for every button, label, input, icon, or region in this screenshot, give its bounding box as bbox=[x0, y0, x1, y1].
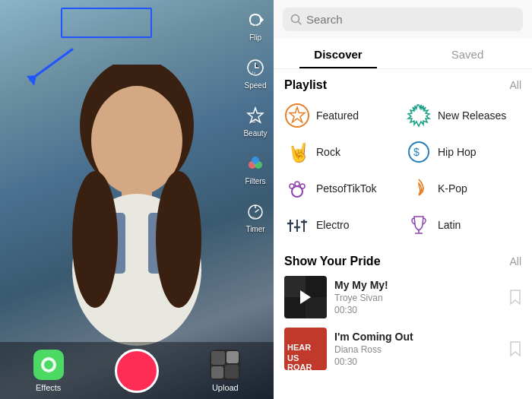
person-silhouette bbox=[53, 65, 220, 353]
svg-text:$: $ bbox=[413, 146, 420, 158]
pride-all-link[interactable]: All bbox=[509, 255, 521, 268]
mymymy-thumbnail bbox=[284, 276, 327, 318]
filters-icon bbox=[243, 151, 268, 176]
svg-marker-10 bbox=[261, 17, 264, 23]
tabs: Discover Saved bbox=[274, 39, 532, 69]
upload-button[interactable]: Upload bbox=[210, 350, 240, 392]
featured-icon bbox=[284, 103, 310, 128]
camera-bottom-bar: Effects Upload bbox=[0, 342, 274, 399]
speed-label: Speed bbox=[245, 81, 267, 90]
play-triangle-icon bbox=[300, 290, 311, 304]
playlist-item-electro[interactable]: Electro bbox=[284, 212, 400, 238]
face-detection-rect bbox=[61, 8, 152, 38]
effects-icon bbox=[33, 350, 64, 380]
new-releases-label: New Releases bbox=[438, 109, 506, 122]
svg-rect-27 bbox=[226, 351, 239, 363]
bookmark-icon-mymymy[interactable] bbox=[509, 289, 521, 306]
svg-line-31 bbox=[299, 22, 302, 25]
svg-rect-26 bbox=[211, 351, 225, 365]
beauty-control[interactable]: off Beauty bbox=[243, 103, 268, 138]
tab-discover[interactable]: Discover bbox=[274, 39, 403, 68]
playlist-item-kpop[interactable]: K-Pop bbox=[406, 176, 521, 201]
svg-text:1x: 1x bbox=[252, 71, 256, 75]
effects-label: Effects bbox=[36, 383, 61, 392]
search-bar bbox=[274, 0, 532, 39]
playlist-item-petsoftiktok[interactable]: PetsofTikTok bbox=[284, 176, 400, 201]
filters-control[interactable]: Filters bbox=[243, 151, 268, 185]
timer-control[interactable]: 3s Timer bbox=[243, 199, 268, 233]
svg-text:US: US bbox=[287, 353, 299, 363]
playlist-item-rock[interactable]: 🤘 Rock bbox=[284, 139, 400, 165]
svg-text:HEAR: HEAR bbox=[287, 343, 311, 352]
svg-rect-28 bbox=[211, 366, 223, 378]
svg-text:off: off bbox=[252, 120, 256, 124]
svg-text:ROAR: ROAR bbox=[287, 363, 312, 370]
featured-label: Featured bbox=[316, 109, 359, 122]
svg-rect-29 bbox=[225, 365, 239, 378]
electro-label: Electro bbox=[316, 219, 350, 231]
hiphop-label: Hip Hop bbox=[438, 146, 477, 158]
imcomingout-thumbnail: HEAR US ROAR bbox=[284, 328, 327, 370]
bookmark-icon-imcomingout[interactable] bbox=[509, 340, 521, 357]
search-icon bbox=[290, 14, 302, 25]
electro-icon bbox=[284, 212, 310, 238]
svg-line-8 bbox=[30, 49, 72, 80]
imcomingout-duration: 00:30 bbox=[334, 356, 502, 367]
latin-label: Latin bbox=[438, 219, 461, 231]
flip-label: Flip bbox=[249, 33, 261, 42]
rock-icon: 🤘 bbox=[284, 139, 310, 165]
imcomingout-info: I'm Coming Out Diana Ross 00:30 bbox=[334, 331, 502, 367]
filters-label: Filters bbox=[245, 177, 265, 185]
mymymy-artist: Troye Sivan bbox=[334, 293, 502, 303]
speed-control[interactable]: 1x Speed bbox=[243, 55, 268, 90]
rock-label: Rock bbox=[316, 146, 340, 158]
playlist-section-header: Playlist All bbox=[284, 78, 521, 92]
kpop-label: K-Pop bbox=[438, 182, 467, 195]
speed-icon: 1x bbox=[243, 55, 268, 80]
right-panel: Discover Saved Playlist All Featured bbox=[274, 0, 532, 399]
playlist-all-link[interactable]: All bbox=[509, 79, 521, 91]
kpop-icon bbox=[406, 176, 432, 201]
petsoftiktok-label: PetsofTikTok bbox=[316, 182, 377, 195]
effects-button[interactable]: Effects bbox=[33, 350, 64, 392]
tab-saved[interactable]: Saved bbox=[403, 39, 532, 68]
flip-icon bbox=[243, 8, 268, 32]
music-item-mymymy[interactable]: My My My! Troye Sivan 00:30 bbox=[284, 276, 521, 318]
flip-control[interactable]: Flip bbox=[243, 8, 268, 42]
camera-controls: Flip 1x Speed off Beauty bbox=[243, 8, 268, 233]
svg-point-24 bbox=[44, 360, 53, 369]
playlist-item-new-releases[interactable]: New Releases bbox=[406, 103, 521, 128]
svg-point-7 bbox=[156, 171, 201, 308]
blue-arrow-indicator bbox=[23, 42, 76, 87]
petsoftiktok-icon bbox=[284, 176, 310, 201]
playlist-grid: Featured New Releases 🤘 Rock bbox=[284, 103, 521, 238]
playlist-title: Playlist bbox=[284, 78, 327, 92]
svg-point-17 bbox=[252, 157, 259, 164]
svg-marker-33 bbox=[290, 107, 305, 122]
search-input[interactable] bbox=[306, 13, 515, 26]
timer-icon: 3s bbox=[243, 199, 268, 223]
playlist-item-hiphop[interactable]: $ Hip Hop bbox=[406, 139, 521, 165]
pride-title: Show Your Pride bbox=[284, 255, 381, 268]
svg-point-38 bbox=[290, 184, 294, 188]
music-item-imcomingout[interactable]: HEAR US ROAR I'm Coming Out Diana Ross 0… bbox=[284, 328, 521, 370]
svg-text:🤘: 🤘 bbox=[287, 141, 310, 163]
playlist-item-featured[interactable]: Featured bbox=[284, 103, 400, 128]
mymymy-duration: 00:30 bbox=[334, 305, 502, 315]
pride-section-header: Show Your Pride All bbox=[284, 255, 521, 268]
timer-label: Timer bbox=[245, 225, 264, 233]
latin-icon bbox=[406, 212, 432, 238]
camera-panel: Flip 1x Speed off Beauty bbox=[0, 0, 274, 399]
mymymy-info: My My My! Troye Sivan 00:30 bbox=[334, 279, 502, 315]
hiphop-icon: $ bbox=[406, 139, 432, 165]
upload-icon bbox=[210, 350, 240, 380]
beauty-icon: off bbox=[243, 103, 268, 128]
svg-point-40 bbox=[300, 184, 305, 188]
playlist-item-latin[interactable]: Latin bbox=[406, 212, 521, 238]
svg-line-20 bbox=[255, 210, 258, 212]
imcomingout-title: I'm Coming Out bbox=[334, 331, 502, 343]
search-input-wrap[interactable] bbox=[283, 8, 523, 31]
discover-content: Playlist All Featured bbox=[274, 69, 532, 399]
record-button[interactable] bbox=[115, 349, 159, 393]
upload-label: Upload bbox=[212, 383, 239, 392]
